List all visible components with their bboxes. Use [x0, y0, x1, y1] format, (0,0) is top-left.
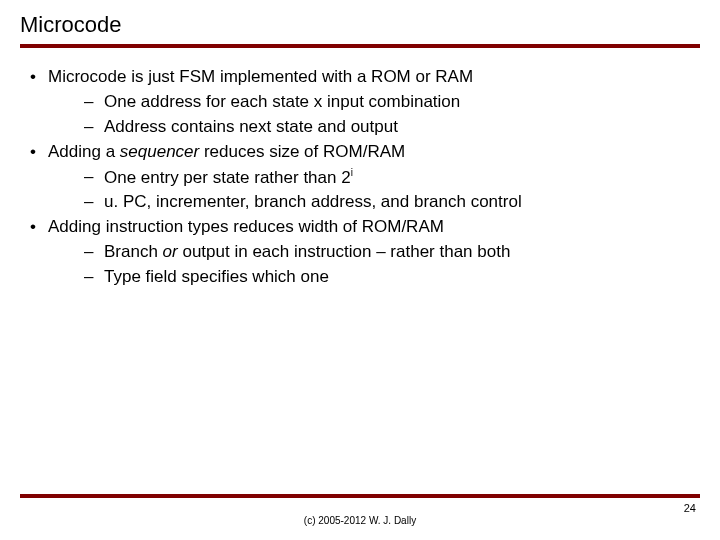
bullet-2-italic: sequencer [120, 142, 199, 161]
bullet-2b-text: u. PC, incrementer, branch address, and … [104, 192, 522, 211]
bullet-3a-italic: or [163, 242, 178, 261]
slide-title: Microcode [20, 12, 700, 44]
copyright-text: (c) 2005-2012 W. J. Dally [0, 515, 720, 526]
bullet-2: Adding a sequencer reduces size of ROM/R… [20, 141, 700, 164]
bullet-3b-text: Type field specifies which one [104, 267, 329, 286]
bullet-1-text: Microcode is just FSM implemented with a… [48, 67, 473, 86]
title-divider [20, 44, 700, 48]
bullet-2a: One entry per state rather than 2i [20, 166, 700, 190]
bullet-3-text: Adding instruction types reduces width o… [48, 217, 444, 236]
bullet-2b: u. PC, incrementer, branch address, and … [20, 191, 700, 214]
footer-divider [20, 494, 700, 498]
bullet-3: Adding instruction types reduces width o… [20, 216, 700, 239]
bullet-2a-sup: i [351, 167, 353, 178]
bullet-1: Microcode is just FSM implemented with a… [20, 66, 700, 89]
bullet-3a-pre: Branch [104, 242, 163, 261]
bullet-3b: Type field specifies which one [20, 266, 700, 289]
bullet-1a-text: One address for each state x input combi… [104, 92, 460, 111]
slide-content: Microcode is just FSM implemented with a… [20, 66, 700, 289]
slide: Microcode Microcode is just FSM implemen… [0, 0, 720, 540]
bullet-1a: One address for each state x input combi… [20, 91, 700, 114]
bullet-3a: Branch or output in each instruction – r… [20, 241, 700, 264]
bullet-2a-pre: One entry per state rather than 2 [104, 167, 351, 186]
bullet-1b: Address contains next state and output [20, 116, 700, 139]
bullet-3a-post: output in each instruction – rather than… [178, 242, 511, 261]
bullet-1b-text: Address contains next state and output [104, 117, 398, 136]
page-number: 24 [684, 502, 696, 514]
bullet-2-pre: Adding a [48, 142, 120, 161]
bullet-2-post: reduces size of ROM/RAM [199, 142, 405, 161]
